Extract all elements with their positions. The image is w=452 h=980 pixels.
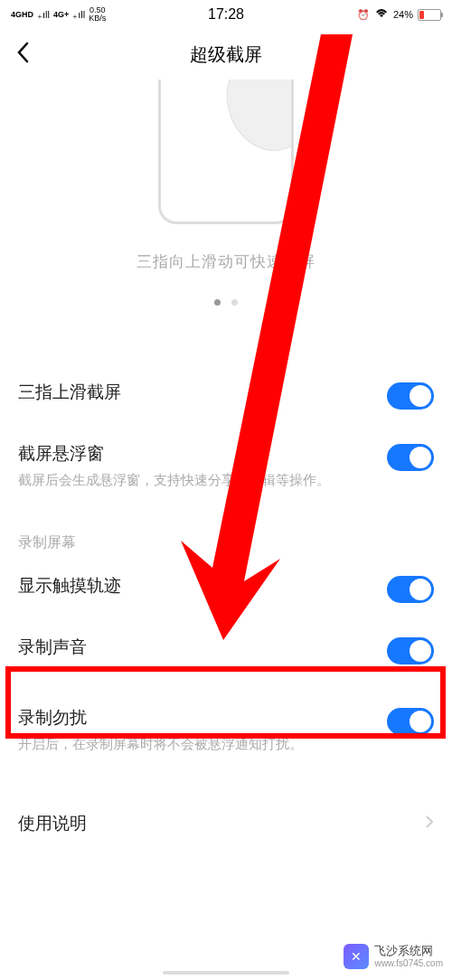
row-record-sound[interactable]: 录制声音 bbox=[0, 619, 452, 681]
row-title: 截屏悬浮窗 bbox=[18, 442, 387, 466]
chevron-left-icon bbox=[16, 42, 29, 63]
watermark-url: www.fs0745.com bbox=[374, 958, 443, 968]
row-description: 截屏后会生成悬浮窗，支持快速分享、编辑等操作。 bbox=[18, 470, 387, 491]
row-floating-window[interactable]: 截屏悬浮窗 截屏后会生成悬浮窗，支持快速分享、编辑等操作。 bbox=[0, 426, 452, 506]
toggle-show-touch[interactable] bbox=[387, 576, 434, 603]
phone-mockup-icon bbox=[158, 80, 294, 224]
row-title: 录制勿扰 bbox=[18, 706, 387, 730]
status-time: 17:28 bbox=[208, 6, 244, 23]
signal-indicator-2: 4G+ bbox=[53, 10, 69, 19]
watermark-logo-icon: ✕ bbox=[344, 944, 369, 969]
back-button[interactable] bbox=[0, 42, 45, 67]
row-title: 录制声音 bbox=[18, 636, 387, 660]
status-left: 4GHD ₊ıll 4G+ ₊ıll 0.50 KB/s bbox=[11, 6, 106, 23]
settings-list: 三指上滑截屏 截屏悬浮窗 截屏后会生成悬浮窗，支持快速分享、编辑等操作。 录制屏… bbox=[0, 364, 452, 856]
signal-bars-icon-2: ₊ıll bbox=[72, 9, 85, 21]
signal-bars-icon: ₊ıll bbox=[37, 9, 50, 21]
alarm-icon: ⏰ bbox=[357, 9, 370, 21]
finger-gesture-icon bbox=[213, 80, 294, 163]
illustration-caption: 三指向上滑动可快速截屏 bbox=[0, 251, 452, 272]
status-bar: 4GHD ₊ıll 4G+ ₊ıll 0.50 KB/s 17:28 ⏰ 24% bbox=[0, 0, 452, 29]
battery-icon bbox=[418, 9, 441, 21]
chevron-right-icon bbox=[425, 815, 434, 833]
home-indicator bbox=[163, 971, 289, 975]
row-title: 三指上滑截屏 bbox=[18, 381, 387, 405]
row-instructions[interactable]: 使用说明 bbox=[0, 792, 452, 856]
row-title: 使用说明 bbox=[18, 812, 425, 836]
page-dot-2[interactable] bbox=[231, 299, 238, 306]
illustration-area[interactable]: 三指向上滑动可快速截屏 bbox=[0, 80, 452, 306]
page-dot-1[interactable] bbox=[214, 299, 221, 306]
watermark: ✕ 飞沙系统网 www.fs0745.com bbox=[344, 944, 443, 969]
page-title: 超级截屏 bbox=[190, 42, 262, 67]
network-speed: 0.50 KB/s bbox=[89, 6, 106, 23]
row-title: 显示触摸轨迹 bbox=[18, 574, 387, 598]
page-header: 超级截屏 bbox=[0, 29, 452, 80]
row-show-touch[interactable]: 显示触摸轨迹 bbox=[0, 558, 452, 619]
watermark-title: 飞沙系统网 bbox=[374, 945, 443, 957]
signal-indicator-1: 4GHD bbox=[11, 10, 33, 19]
battery-percentage: 24% bbox=[393, 9, 413, 20]
row-three-finger-screenshot[interactable]: 三指上滑截屏 bbox=[0, 364, 452, 426]
wifi-icon bbox=[374, 8, 389, 21]
row-record-dnd[interactable]: 录制勿扰 开启后，在录制屏幕时将不会被悬浮通知打扰。 bbox=[0, 681, 452, 770]
toggle-record-sound[interactable] bbox=[387, 637, 434, 664]
toggle-three-finger[interactable] bbox=[387, 382, 434, 410]
page-indicator[interactable] bbox=[0, 299, 452, 306]
section-label-recording: 录制屏幕 bbox=[0, 506, 452, 558]
status-right: ⏰ 24% bbox=[357, 8, 441, 21]
toggle-record-dnd[interactable] bbox=[387, 708, 434, 735]
row-description: 开启后，在录制屏幕时将不会被悬浮通知打扰。 bbox=[18, 734, 387, 755]
toggle-floating-window[interactable] bbox=[387, 444, 434, 471]
